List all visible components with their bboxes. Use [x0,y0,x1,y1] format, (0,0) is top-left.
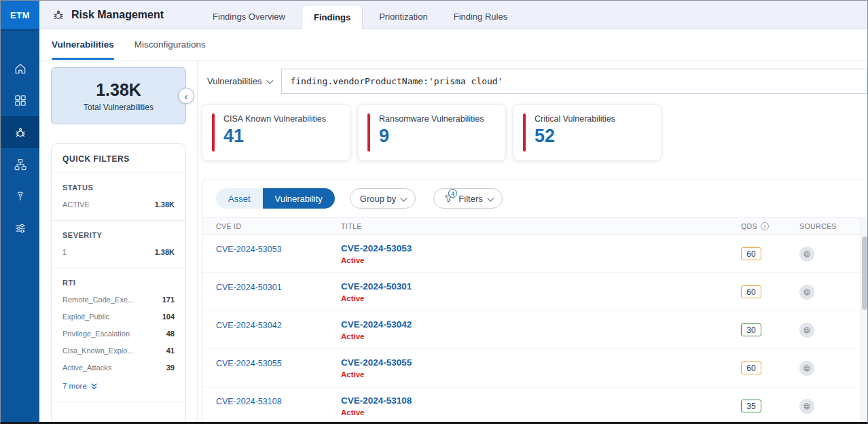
cve-title-link[interactable]: CVE-2024-53053 [341,243,741,253]
quick-filter-section-title: STATUS [62,183,175,192]
chevron-down-icon [401,194,408,201]
stat-accent-bar [523,113,526,152]
filter-count: 1.38K [155,248,175,256]
stat-card[interactable]: Critical Vulnerabilities 52 [513,104,662,161]
scrollbar-thumb[interactable] [862,236,867,310]
quick-filter-item[interactable]: Privilege_Escalation 48 [62,330,175,338]
header-tab[interactable]: Finding Rules [444,5,518,29]
app-title-wrap: Risk Management [52,1,164,29]
sub-tabs: VulnerabilitiesMisconfigurations [39,29,867,60]
filters-label: Filters [458,194,482,204]
sub-tab[interactable]: Misconfigurations [134,29,206,60]
source-globe-icon[interactable] [799,323,814,338]
table-row: CVE-2024-53053 CVE-2024-53053 Active 60 [202,235,867,273]
total-vulnerabilities-card: 1.38K Total Vulnerabilities ‹ [51,67,186,124]
quick-filter-item[interactable]: Exploit_Public 104 [62,313,175,321]
qds-cell: 60 [741,361,799,375]
stat-card[interactable]: CISA Known Vulnerabilities 41 [202,104,350,161]
column-sources[interactable]: SOURCES [799,222,867,230]
home-icon [14,62,27,75]
view-toggle: Asset Vulnerability [216,188,335,209]
qds-badge: 60 [741,361,761,374]
info-icon[interactable]: i [761,222,769,230]
sidebar-item-hierarchy[interactable] [1,148,39,180]
title-cell: CVE-2024-53055 Active [341,357,741,378]
stat-cards: CISA Known Vulnerabilities 41 Ransomware… [202,104,867,161]
quick-filter-section-title: SEVERITY [62,231,175,239]
sources-cell [799,247,867,262]
header-tab[interactable]: Prioritization [369,5,437,29]
main-body: Risk Management Findings OverviewFinding… [39,1,867,422]
source-globe-icon[interactable] [799,285,814,300]
collapse-panel-button[interactable]: ‹ [178,88,194,104]
sidebar-item-tune[interactable] [1,212,39,244]
table-header: CVE ID TITLE QDS i SOURCES [202,217,867,235]
sub-tab[interactable]: Vulnerabilities [52,29,114,60]
quick-filter-section: STATUS ACTIVE 1.38K [52,173,185,221]
quick-filter-item[interactable]: Cisa_Known_Explo... 41 [62,347,175,355]
cve-id-link[interactable]: CVE-2024-53108 [216,397,341,406]
cve-id-link[interactable]: CVE-2024-50301 [216,283,341,292]
column-title[interactable]: TITLE [341,222,741,230]
stat-accent-bar [212,113,215,152]
column-qds[interactable]: QDS i [741,222,799,230]
stat-card-label: CISA Known Vulnerabilities [223,114,326,124]
column-cve-id[interactable]: CVE ID [216,222,341,230]
sidebar-item-gesture[interactable] [1,180,39,212]
stat-card-value: 52 [535,127,615,145]
quick-filter-item[interactable]: Active_Attacks 39 [62,364,175,372]
sources-cell [799,285,867,300]
title-cell: CVE-2024-53042 Active [341,319,741,340]
risk-icon [14,126,27,139]
sidebar-item-dashboard[interactable] [1,84,39,116]
table-row: CVE-2024-53108 CVE-2024-53108 Active 35 [202,387,867,422]
header-tabs: Findings OverviewFindingsPrioritizationF… [203,5,524,29]
quick-filter-item[interactable]: ACTIVE 1.38K [62,200,175,209]
search-scope-label: Vulnerabilities [207,76,261,86]
sidebar-item-risk-management[interactable] [1,116,39,148]
quick-filter-item[interactable]: 1 1.38K [62,248,175,256]
quick-filters-panel: QUICK FILTERS STATUS ACTIVE 1.38K SEVERI… [51,143,186,422]
search-scope-dropdown[interactable]: Vulnerabilities [202,69,281,94]
cve-title-link[interactable]: CVE-2024-50301 [341,281,741,292]
cve-id-link[interactable]: CVE-2024-53055 [216,359,341,368]
chevron-down-icon [267,77,274,84]
source-globe-icon[interactable] [799,361,814,376]
source-globe-icon[interactable] [799,399,814,414]
source-globe-icon[interactable] [799,247,814,262]
cve-id-link[interactable]: CVE-2024-53042 [216,321,341,330]
filter-label: Active_Attacks [62,364,111,372]
header-tab[interactable]: Findings Overview [203,5,295,29]
vulnerability-toggle-button[interactable]: Vulnerability [263,188,335,209]
stat-card[interactable]: Ransomware Vulnerabilities 9 [357,104,506,161]
cve-title-link[interactable]: CVE-2024-53042 [341,319,741,330]
asset-toggle-button[interactable]: Asset [216,188,263,209]
filters-dropdown[interactable]: 4 Filters [433,188,502,209]
cve-title-link[interactable]: CVE-2024-53108 [341,395,741,406]
sources-cell [799,361,867,376]
filter-label: ACTIVE [62,200,90,209]
search-input[interactable] [281,69,867,94]
stat-accent-bar [367,113,370,152]
search-bar: Vulnerabilities [202,69,867,94]
quick-filter-item[interactable]: Remote_Code_Exe... 171 [62,296,175,304]
group-by-dropdown[interactable]: Group by [350,188,416,209]
quick-filter-sections: STATUS ACTIVE 1.38K SEVERITY 1 1.38K RTI… [52,173,185,402]
quick-filter-section-title: RTI [62,279,175,287]
qds-badge: 35 [741,400,761,412]
filter-label: Exploit_Public [62,313,109,321]
gesture-icon [14,190,27,203]
vertical-scrollbar[interactable] [861,217,867,422]
header-tab[interactable]: Findings [302,5,363,29]
quick-filter-more-link[interactable]: 7 more [62,382,175,390]
filter-count: 171 [162,296,175,304]
status-label: Active [341,370,741,378]
sidebar-item-home[interactable] [1,52,39,84]
cve-title-link[interactable]: CVE-2024-53055 [341,357,741,368]
chevron-down-icon [487,194,494,201]
title-cell: CVE-2024-53053 Active [341,243,741,264]
tune-icon [14,222,27,235]
findings-table-card: Asset Vulnerability Group by 4 Filters [202,179,867,422]
cve-id-link[interactable]: CVE-2024-53053 [216,245,341,254]
quick-filter-items: Remote_Code_Exe... 171 Exploit_Public 10… [62,296,175,372]
